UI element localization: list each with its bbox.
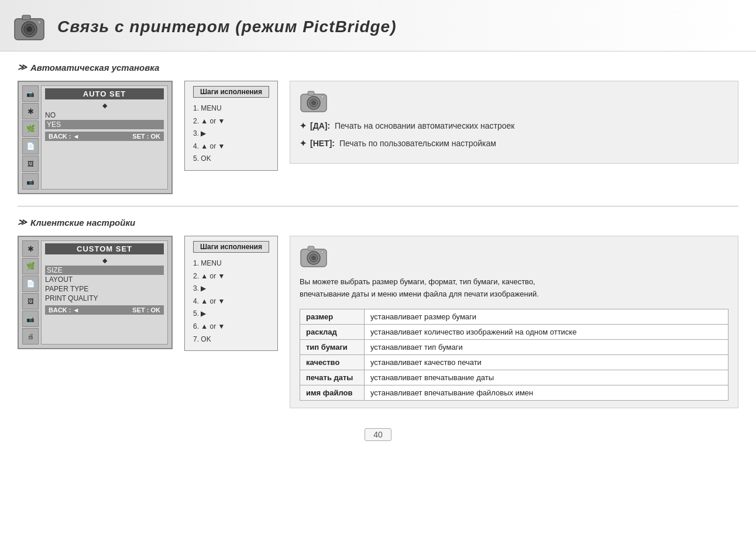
table-row: тип бумагиустанавливает тип бумаги xyxy=(300,339,728,354)
step-item: 5. OK xyxy=(193,153,269,166)
page-title: Связь с принтером (режим PictBridge) xyxy=(57,18,397,36)
screen2-item-layout: LAYOUT xyxy=(45,275,164,284)
header-camera-icon xyxy=(12,11,47,43)
info-key-yes: [ДА]: xyxy=(310,121,330,130)
info-item-yes: ✦ [ДА]: Печать на основании автоматическ… xyxy=(300,121,728,130)
bullet-no: ✦ xyxy=(300,139,307,148)
table-key: расклад xyxy=(300,324,365,339)
section-divider xyxy=(18,206,738,206)
page-header: Связь с принтером (режим PictBridge) xyxy=(0,0,756,51)
step2-item: 2. ▲ or ▼ xyxy=(193,270,269,283)
screen-arrow: ◆ xyxy=(45,102,164,109)
main-content: ≫ Автоматическая установка 📷 ✱ 🌿 📄 🖼 📷 xyxy=(0,51,756,457)
step-item: 1. MENU xyxy=(193,102,269,115)
svg-point-9 xyxy=(311,101,316,105)
step2-item: 7. OK xyxy=(193,333,269,346)
svg-rect-10 xyxy=(308,91,314,95)
info-panel-header xyxy=(300,88,728,114)
steps-auto-set: Шаги исполнения 1. MENU 2. ▲ or ▼ 3. ▶ 4… xyxy=(184,81,278,171)
screen2-item-size: SIZE xyxy=(45,266,164,275)
section1-title: ≫ Автоматическая установка xyxy=(18,62,738,73)
svg-point-11 xyxy=(321,96,324,99)
page-number-container: 40 xyxy=(18,420,738,447)
info2-camera-icon xyxy=(300,243,328,269)
screen-item-no: NO xyxy=(45,111,164,120)
screen2-icon-cam: 📷 xyxy=(22,311,39,327)
screen2-bottom: BACK : ◄ SET : OK xyxy=(45,305,164,315)
step2-item: 3. ▶ xyxy=(193,283,269,295)
screen-icon-cam: 📷 xyxy=(22,173,39,190)
screen2-back: BACK : ◄ xyxy=(49,306,79,314)
screen-menu-bar: 📷 ✱ 🌿 📄 🖼 📷 AUTO SET ◆ NO YES BACK : ◄ xyxy=(22,85,168,190)
table-value: устанавливает качество печати xyxy=(365,354,728,370)
screen-bottom: BACK : ◄ SET : OK xyxy=(45,132,164,141)
table-value: устанавливает впечатывание даты xyxy=(365,370,728,385)
table-row: размерустанавливает размер бумаги xyxy=(300,309,728,324)
step-item: 3. ▶ xyxy=(193,128,269,140)
screen2-icon-doc: 📄 xyxy=(22,275,39,292)
info-text-no: Печать по пользовательским настройкам xyxy=(337,139,496,148)
screen-icon-face: 📷 xyxy=(22,85,39,102)
section-auto-set: ≫ Автоматическая установка 📷 ✱ 🌿 📄 🖼 📷 xyxy=(18,62,738,194)
table-row: печать датыустанавливает впечатывание да… xyxy=(300,370,728,385)
screen2-icon-star: ✱ xyxy=(22,240,39,257)
screen2-arrow: ◆ xyxy=(45,257,164,264)
screen2-icon-printer: 🖨 xyxy=(22,328,39,345)
step-item: 2. ▲ or ▼ xyxy=(193,115,269,128)
screen2-item-paper: PAPER TYPE xyxy=(45,284,164,294)
info-panel-custom: Вы можете выбрать размер бумаги, формат,… xyxy=(290,236,738,408)
info-table: размерустанавливает размер бумагирасклад… xyxy=(300,309,728,401)
info-panel-auto: ✦ [ДА]: Печать на основании автоматическ… xyxy=(290,81,738,164)
section-custom-set: ≫ Клиентские настройки ✱ 🌿 📄 🖼 📷 🖨 CUS xyxy=(18,217,738,408)
screen2-icon-leaf: 🌿 xyxy=(22,258,39,274)
step-item: 4. ▲ or ▼ xyxy=(193,140,269,153)
table-key: качество xyxy=(300,354,365,370)
svg-point-5 xyxy=(37,20,41,24)
section2-body: ✱ 🌿 📄 🖼 📷 🖨 CUSTOM SET ◆ SIZE LAYOUT PAP… xyxy=(18,236,738,408)
screen-title: AUTO SET xyxy=(45,88,164,99)
info-key-no: [НЕТ]: xyxy=(310,139,335,148)
table-row: раскладустанавливает количество изображе… xyxy=(300,324,728,339)
bullet-yes: ✦ xyxy=(300,121,307,130)
screen-icon-doc: 📄 xyxy=(22,138,39,154)
section2-title: ≫ Клиентские настройки xyxy=(18,217,738,228)
table-value: устанавливает впечатывание файловых имен xyxy=(365,385,728,400)
steps-custom-set: Шаги исполнения 1. MENU 2. ▲ or ▼ 3. ▶ 4… xyxy=(184,236,278,351)
screen-icon-leaf: 🌿 xyxy=(22,120,39,137)
step2-item: 6. ▲ or ▼ xyxy=(193,321,269,333)
info2-panel-header xyxy=(300,243,728,269)
info2-description: Вы можете выбрать размер бумаги, формат,… xyxy=(300,276,728,301)
table-key: тип бумаги xyxy=(300,339,365,354)
screen2-content: CUSTOM SET ◆ SIZE LAYOUT PAPER TYPE PRIN… xyxy=(41,240,168,345)
screen-icons: 📷 ✱ 🌿 📄 🖼 📷 xyxy=(22,85,39,190)
svg-point-17 xyxy=(321,251,324,254)
screen2-set: SET : OK xyxy=(132,306,160,314)
screen2-item-quality: PRINT QUALITY xyxy=(45,294,164,303)
svg-rect-16 xyxy=(308,246,314,250)
table-row: качествоустанавливает качество печати xyxy=(300,354,728,370)
steps-list: 1. MENU 2. ▲ or ▼ 3. ▶ 4. ▲ or ▼ 5. OK xyxy=(193,102,269,166)
step2-item: 4. ▲ or ▼ xyxy=(193,295,269,308)
svg-point-15 xyxy=(311,256,316,260)
table-value: устанавливает размер бумаги xyxy=(365,309,728,324)
table-key: печать даты xyxy=(300,370,365,385)
screen-back: BACK : ◄ xyxy=(49,133,79,140)
info-text-yes: Печать на основании автоматических настр… xyxy=(332,121,514,130)
screen-auto-set: 📷 ✱ 🌿 📄 🖼 📷 AUTO SET ◆ NO YES BACK : ◄ xyxy=(18,81,173,194)
section2-icon: ≫ xyxy=(18,217,27,228)
info-item-no: ✦ [НЕТ]: Печать по пользовательским наст… xyxy=(300,139,728,148)
step2-item: 5. ▶ xyxy=(193,308,269,321)
screen2-menu-bar: ✱ 🌿 📄 🖼 📷 🖨 CUSTOM SET ◆ SIZE LAYOUT PAP… xyxy=(22,240,168,345)
screen-icon-multi: 🖼 xyxy=(22,156,39,172)
steps2-list: 1. MENU 2. ▲ or ▼ 3. ▶ 4. ▲ or ▼ 5. ▶ 6.… xyxy=(193,257,269,346)
svg-rect-4 xyxy=(22,15,30,20)
screen2-title: CUSTOM SET xyxy=(45,243,164,254)
screen2-icons: ✱ 🌿 📄 🖼 📷 🖨 xyxy=(22,240,39,345)
step2-item: 1. MENU xyxy=(193,257,269,270)
screen2-icon-multi: 🖼 xyxy=(22,293,39,309)
steps-title: Шаги исполнения xyxy=(193,86,269,98)
table-value: устанавливает количество изображений на … xyxy=(365,324,728,339)
screen-content: AUTO SET ◆ NO YES BACK : ◄ SET : OK xyxy=(41,85,168,190)
steps2-title: Шаги исполнения xyxy=(193,241,269,253)
page-number: 40 xyxy=(365,428,391,441)
